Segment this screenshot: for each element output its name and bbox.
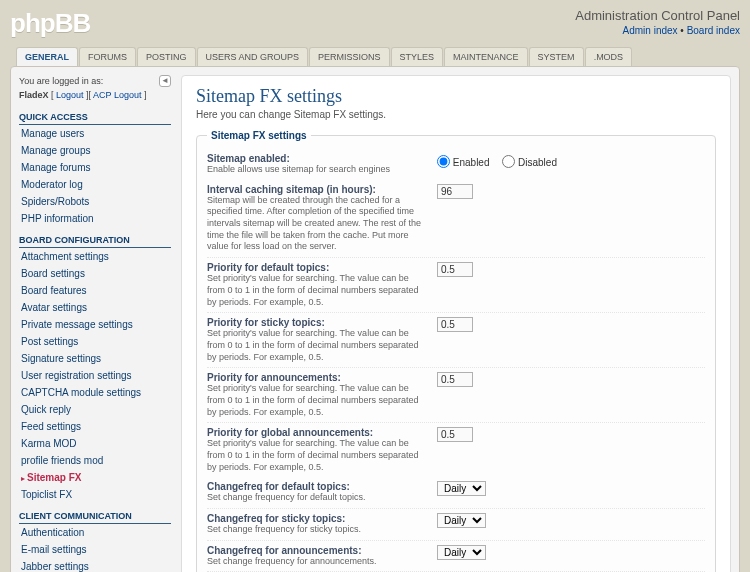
sidebar-heading: CLIENT COMMUNICATION: [19, 509, 171, 524]
tab-users-and-groups[interactable]: USERS AND GROUPS: [197, 47, 309, 66]
username: FladeX: [19, 90, 49, 100]
sidebar-item-post-settings[interactable]: Post settings: [19, 333, 171, 350]
text-input-0[interactable]: [437, 184, 473, 199]
select-0[interactable]: Daily: [437, 481, 486, 496]
sidebar-item-topiclist-fx[interactable]: Topiclist FX: [19, 486, 171, 503]
tab-system[interactable]: SYSTEM: [529, 47, 584, 66]
tab-styles[interactable]: STYLES: [391, 47, 444, 66]
sidebar-item-attachment-settings[interactable]: Attachment settings: [19, 248, 171, 265]
sidebar-item-sitemap-fx[interactable]: Sitemap FX: [19, 469, 171, 486]
sidebar-item-captcha-module-settings[interactable]: CAPTCHA module settings: [19, 384, 171, 401]
board-index-link[interactable]: Board index: [687, 25, 740, 36]
select-2[interactable]: Daily: [437, 545, 486, 560]
tab-posting[interactable]: POSTING: [137, 47, 196, 66]
sidebar-item-manage-users[interactable]: Manage users: [19, 125, 171, 142]
sidebar-item-karma-mod[interactable]: Karma MOD: [19, 435, 171, 452]
text-input-1[interactable]: [437, 262, 473, 277]
sidebar-item-e-mail-settings[interactable]: E-mail settings: [19, 541, 171, 558]
sidebar-item-board-features[interactable]: Board features: [19, 282, 171, 299]
sidebar-item-profile-friends-mod[interactable]: profile friends mod: [19, 452, 171, 469]
select-1[interactable]: Daily: [437, 513, 486, 528]
tab-general[interactable]: GENERAL: [16, 47, 78, 66]
sidebar-item-signature-settings[interactable]: Signature settings: [19, 350, 171, 367]
acp-title: Administration Control Panel: [575, 8, 740, 23]
text-input-2[interactable]: [437, 317, 473, 332]
sidebar-item-manage-forums[interactable]: Manage forums: [19, 159, 171, 176]
sidebar-item-php-information[interactable]: PHP information: [19, 210, 171, 227]
tab-forums[interactable]: FORUMS: [79, 47, 136, 66]
sidebar-item-moderator-log[interactable]: Moderator log: [19, 176, 171, 193]
page-title: Sitemap FX settings: [196, 86, 716, 107]
sidebar-heading: QUICK ACCESS: [19, 110, 171, 125]
fieldset-legend: Sitemap FX settings: [207, 130, 311, 141]
page-subtitle: Here you can change Sitemap FX settings.: [196, 109, 716, 120]
sidebar-item-authentication[interactable]: Authentication: [19, 524, 171, 541]
sidebar-item-board-settings[interactable]: Board settings: [19, 265, 171, 282]
sidebar-item-manage-groups[interactable]: Manage groups: [19, 142, 171, 159]
logout-link[interactable]: Logout: [56, 90, 84, 100]
sidebar-heading: BOARD CONFIGURATION: [19, 233, 171, 248]
tab--mods[interactable]: .MODS: [585, 47, 633, 66]
sidebar-item-private-message-settings[interactable]: Private message settings: [19, 316, 171, 333]
text-input-4[interactable]: [437, 427, 473, 442]
disabled-radio[interactable]: Disabled: [502, 157, 557, 168]
sidebar-item-spiders-robots[interactable]: Spiders/Robots: [19, 193, 171, 210]
sidebar-item-avatar-settings[interactable]: Avatar settings: [19, 299, 171, 316]
sidebar-item-jabber-settings[interactable]: Jabber settings: [19, 558, 171, 572]
text-input-3[interactable]: [437, 372, 473, 387]
admin-index-link[interactable]: Admin index: [623, 25, 678, 36]
acp-logout-link[interactable]: ACP Logout: [93, 90, 141, 100]
logo: phpBB: [10, 8, 90, 39]
tab-maintenance[interactable]: MAINTENANCE: [444, 47, 528, 66]
sidebar-item-user-registration-settings[interactable]: User registration settings: [19, 367, 171, 384]
collapse-icon[interactable]: ◄: [159, 75, 171, 87]
sidebar-item-quick-reply[interactable]: Quick reply: [19, 401, 171, 418]
sidebar-item-feed-settings[interactable]: Feed settings: [19, 418, 171, 435]
tab-permissions[interactable]: PERMISSIONS: [309, 47, 390, 66]
enabled-radio[interactable]: Enabled: [437, 157, 489, 168]
